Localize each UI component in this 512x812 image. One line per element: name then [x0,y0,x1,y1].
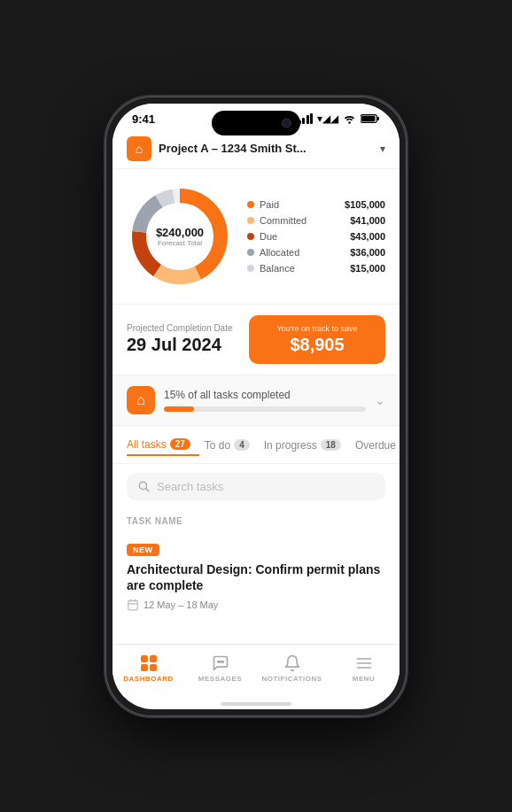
tab-to-do-badge: 4 [234,439,250,451]
donut-label: Forecast Total [156,239,204,247]
progress-home-icon [127,386,155,414]
notifications-icon [283,653,301,673]
legend-name-paid: Paid [260,199,279,210]
status-time: 9:41 [132,112,155,126]
legend-value-committed: $41,000 [350,215,385,226]
legend-item: Due $43,000 [247,231,385,242]
tab-in-progress-label: In progress [264,439,317,452]
tab-in-progress-badge: 18 [321,439,341,451]
progress-content: 15% of all tasks completed [164,389,366,412]
progress-section[interactable]: 15% of all tasks completed ⌄ [112,375,400,426]
chart-legend: Paid $105,000 Committed $41,000 [247,199,385,274]
phone-screen: 9:41 ▾◢◢ [112,104,400,709]
wifi-icon: ▾◢◢ [317,112,338,125]
nav-messages[interactable]: MESSAGES [184,650,256,686]
home-indicator [221,702,291,706]
task-date-text: 12 May – 18 May [144,599,218,610]
scroll-content: Project A – 1234 Smith St... ▾ [112,129,400,644]
status-bar: 9:41 ▾◢◢ [112,104,400,129]
nav-notifications[interactable]: NOTIFICATIONS [256,650,328,686]
legend-value-balance: $15,000 [350,263,385,274]
legend-dot-paid [247,201,254,208]
svg-point-0 [348,121,351,124]
legend-name-allocated: Allocated [260,247,299,258]
nav-menu[interactable]: MENU [328,650,400,686]
svg-point-17 [220,661,221,662]
legend-item: Committed $41,000 [247,215,385,226]
legend-value-allocated: $36,000 [350,247,385,258]
projected-section: Projected Completion Date 29 Jul 2024 Yo… [112,304,400,375]
legend-item: Paid $105,000 [247,199,385,210]
task-date: 12 May – 18 May [127,599,385,611]
donut-center: $240,000 Forecast Total [156,226,204,247]
calendar-icon [127,599,139,611]
legend-dot-due [247,233,254,240]
legend-dot-balance [247,265,254,272]
track-badge: You're on track to save $8,905 [249,315,385,364]
tabs-section: All tasks 27 To do 4 In progress 18 Over… [112,426,400,464]
svg-point-18 [221,661,223,662]
nav-menu-label: MENU [353,675,376,683]
nav-messages-label: MESSAGES [198,675,242,683]
battery-icon [361,113,380,124]
projected-date: 29 Jul 2024 [127,335,238,355]
legend-value-due: $43,000 [350,231,385,242]
legend-value-paid: $105,000 [345,199,385,210]
nav-dashboard[interactable]: DASHBOARD [112,650,184,686]
svg-rect-3 [361,116,375,122]
task-new-badge: NEW [127,544,159,556]
tab-in-progress[interactable]: In progress 18 [264,436,350,455]
tab-all-tasks[interactable]: All tasks 27 [127,435,199,456]
chevron-right-icon: ⌄ [375,393,385,407]
tab-to-do-label: To do [205,439,230,452]
phone-frame: 9:41 ▾◢◢ [105,97,407,716]
legend-name-balance: Balance [260,263,295,274]
search-input-wrap[interactable]: Search tasks [127,473,385,500]
legend-item: Allocated $36,000 [247,247,385,258]
track-amount: $8,905 [261,335,373,355]
search-icon [137,480,150,492]
search-placeholder[interactable]: Search tasks [157,480,223,493]
nav-dashboard-label: DASHBOARD [123,675,174,683]
task-list-header: TASK NAME [127,509,385,533]
svg-line-11 [146,489,149,491]
projected-label: Projected Completion Date [127,323,238,333]
track-label: You're on track to save [261,324,373,333]
tab-overdue-label: Overdue [355,439,396,452]
project-title: Project A – 1234 Smith St... [159,142,380,155]
wifi-icon [343,113,356,124]
legend-dot-committed [247,217,254,224]
progress-bar-background [164,406,366,412]
progress-bar-fill [164,406,194,412]
nav-notifications-label: NOTIFICATIONS [261,675,322,683]
messages-icon [212,653,229,673]
progress-text: 15% of all tasks completed [164,389,366,401]
svg-point-16 [217,661,219,662]
legend-name-committed: Committed [260,215,306,226]
home-icon [127,136,151,161]
donut-chart: $240,000 Forecast Total [127,183,233,290]
svg-rect-12 [128,600,138,610]
projected-left: Projected Completion Date 29 Jul 2024 [127,323,238,355]
dashboard-icon [141,653,157,673]
donut-amount: $240,000 [156,226,204,239]
legend-item: Balance $15,000 [247,263,385,274]
search-section: Search tasks [112,464,400,509]
chevron-down-icon[interactable]: ▾ [380,143,385,155]
svg-rect-2 [377,117,379,120]
chart-section: $240,000 Forecast Total Paid $105,000 [112,169,400,304]
tab-all-tasks-label: All tasks [127,438,167,451]
tab-to-do[interactable]: To do 4 [205,436,259,455]
tasks-section: TASK NAME NEW Architectural Design: Conf… [112,509,400,627]
bottom-nav: DASHBOARD MESSAGES NOT [112,644,400,697]
menu-icon [355,653,373,673]
task-name: Architectural Design: Confirm permit pla… [127,561,385,593]
dynamic-island [212,111,300,135]
status-icons: ▾◢◢ [299,112,381,125]
tab-all-tasks-badge: 27 [170,438,190,450]
legend-dot-allocated [247,249,254,256]
tab-overdue[interactable]: Overdue [355,436,400,455]
task-card[interactable]: NEW Architectural Design: Confirm permit… [127,533,385,618]
legend-name-due: Due [260,231,277,242]
